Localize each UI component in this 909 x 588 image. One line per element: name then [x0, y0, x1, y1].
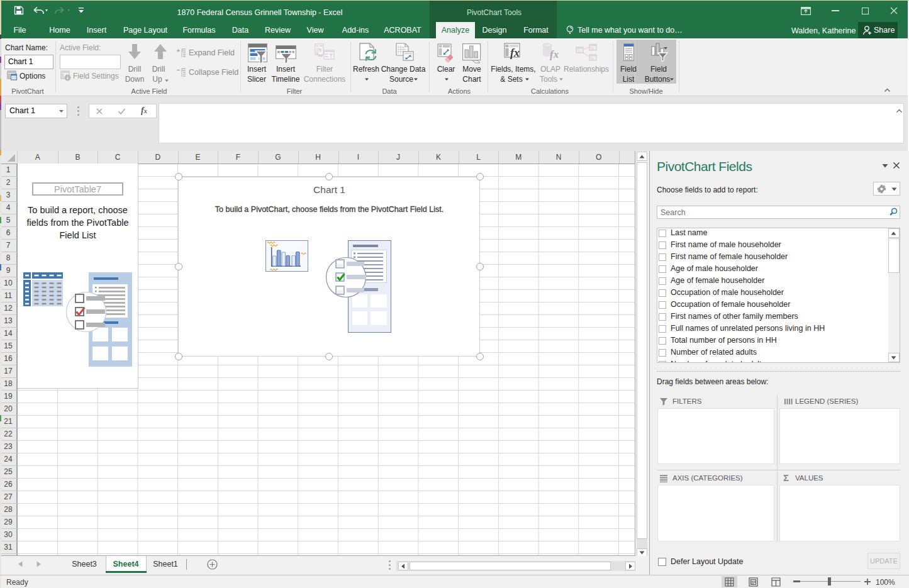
svg-text:fx: fx	[510, 47, 520, 59]
svg-text:fx: fx	[550, 48, 559, 60]
